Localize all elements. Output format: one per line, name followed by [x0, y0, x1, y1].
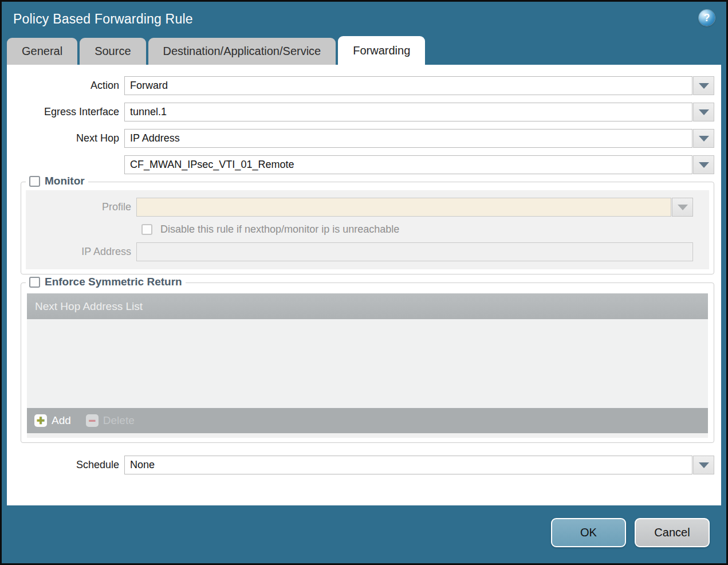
- action-label: Action: [7, 80, 124, 92]
- action-dropdown-button[interactable]: [693, 76, 714, 95]
- profile-dropdown-button: [672, 198, 693, 217]
- tab-bar: General Source Destination/Application/S…: [2, 36, 726, 65]
- monitor-legend: Monitor: [26, 175, 88, 187]
- monitor-ip-address-row: IP Address: [26, 242, 709, 261]
- help-icon[interactable]: ?: [699, 10, 715, 26]
- tab-label: Forwarding: [353, 44, 410, 57]
- tab-label: Destination/Application/Service: [163, 45, 321, 58]
- chevron-down-icon: [699, 109, 709, 115]
- enforce-symmetric-return-checkbox[interactable]: [29, 277, 40, 288]
- chevron-down-icon: [699, 462, 709, 468]
- chevron-down-icon: [678, 205, 688, 210]
- delete-button: ━ Delete: [86, 414, 135, 427]
- plus-icon: ✚: [34, 414, 47, 427]
- egress-interface-dropdown-button[interactable]: [693, 103, 714, 121]
- next-hop-row: Next Hop IP Address: [7, 129, 721, 148]
- add-button-label: Add: [52, 414, 71, 427]
- profile-row: Profile: [26, 198, 709, 217]
- help-glyph: ?: [704, 12, 710, 24]
- tab-destination-application-service[interactable]: Destination/Application/Service: [148, 38, 336, 65]
- schedule-row: Schedule None: [7, 456, 721, 474]
- delete-button-label: Delete: [103, 414, 135, 427]
- next-hop-address-list-body[interactable]: [27, 319, 708, 408]
- egress-interface-select[interactable]: tunnel.1: [124, 103, 692, 121]
- cancel-button-label: Cancel: [654, 526, 690, 539]
- dialog-footer: OK Cancel: [2, 505, 726, 563]
- next-hop-address-list-toolbar: ✚ Add ━ Delete: [27, 408, 708, 433]
- disable-rule-checkbox: [141, 224, 152, 235]
- ok-button[interactable]: OK: [551, 518, 626, 547]
- next-hop-address-dropdown-button[interactable]: [693, 155, 714, 174]
- next-hop-label: Next Hop: [7, 132, 124, 144]
- action-select[interactable]: Forward: [124, 76, 692, 95]
- monitor-panel: Profile Disable this rule if nexthop/mon…: [26, 190, 709, 269]
- monitor-ip-address-input: [136, 242, 693, 261]
- dialog-title: Policy Based Forwarding Rule: [13, 11, 193, 27]
- next-hop-type-select[interactable]: IP Address: [124, 129, 692, 148]
- next-hop-address-list-header: Next Hop Address List: [27, 293, 708, 319]
- egress-interface-label: Egress Interface: [7, 106, 124, 118]
- enforce-symmetric-return-legend: Enforce Symmetric Return: [26, 276, 186, 288]
- tab-content-forwarding: Action Forward Egress Interface tunnel.1…: [7, 65, 721, 505]
- tab-label: General: [22, 45, 62, 58]
- monitor-checkbox[interactable]: [29, 176, 40, 187]
- tab-general[interactable]: General: [7, 38, 77, 65]
- tab-label: Source: [95, 45, 131, 58]
- egress-interface-row: Egress Interface tunnel.1: [7, 103, 721, 121]
- profile-label: Profile: [26, 201, 136, 213]
- monitor-group: Monitor Profile Disable this rule if nex…: [21, 182, 714, 274]
- schedule-select[interactable]: None: [124, 456, 692, 474]
- minus-icon: ━: [86, 414, 99, 427]
- tab-source[interactable]: Source: [80, 38, 145, 65]
- action-row: Action Forward: [7, 76, 721, 95]
- monitor-ip-address-label: IP Address: [26, 246, 136, 258]
- next-hop-address-row: CF_MWAN_IPsec_VTI_01_Remote: [7, 155, 721, 174]
- enforce-symmetric-return-label: Enforce Symmetric Return: [45, 276, 182, 288]
- monitor-label: Monitor: [45, 175, 85, 187]
- disable-rule-label: Disable this rule if nexthop/monitor ip …: [160, 223, 399, 236]
- horizontal-scrollbar[interactable]: [27, 433, 708, 438]
- ok-button-label: OK: [580, 526, 597, 539]
- next-hop-address-select[interactable]: CF_MWAN_IPsec_VTI_01_Remote: [124, 155, 692, 174]
- schedule-label: Schedule: [7, 459, 124, 471]
- chevron-down-icon: [699, 162, 709, 168]
- pbf-rule-dialog: Policy Based Forwarding Rule ? General S…: [0, 0, 728, 565]
- dialog-titlebar: Policy Based Forwarding Rule ?: [2, 2, 726, 36]
- enforce-symmetric-return-group: Enforce Symmetric Return Next Hop Addres…: [21, 282, 714, 443]
- cancel-button[interactable]: Cancel: [635, 518, 710, 547]
- next-hop-address-list-table: Next Hop Address List ✚ Add ━ Delete: [27, 293, 708, 433]
- next-hop-dropdown-button[interactable]: [693, 129, 714, 148]
- tab-forwarding[interactable]: Forwarding: [338, 36, 425, 65]
- chevron-down-icon: [699, 136, 709, 142]
- add-button[interactable]: ✚ Add: [34, 414, 71, 427]
- disable-rule-row: Disable this rule if nexthop/monitor ip …: [141, 223, 709, 236]
- chevron-down-icon: [699, 83, 709, 89]
- schedule-dropdown-button[interactable]: [693, 456, 714, 474]
- profile-select: [136, 198, 671, 217]
